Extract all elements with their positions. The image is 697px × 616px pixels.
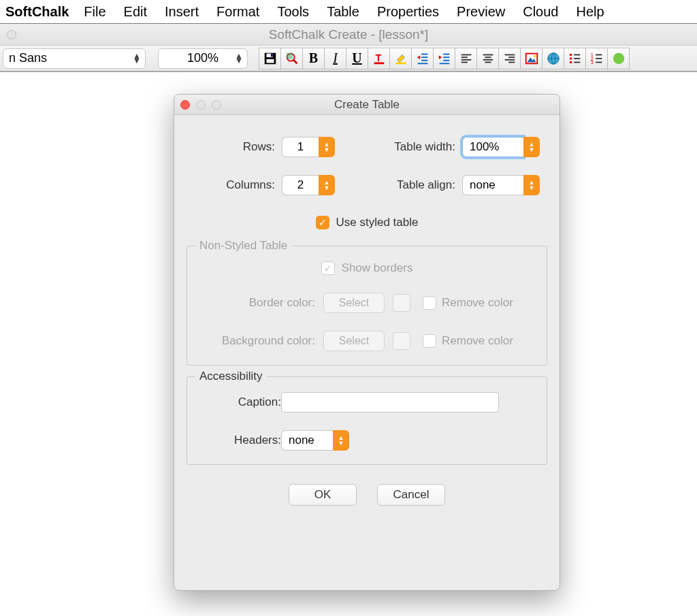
border-remove-checkbox — [423, 296, 436, 310]
table-width-select[interactable]: ▲▼ — [462, 137, 540, 157]
headers-label: Headers: — [199, 434, 281, 447]
show-borders-checkbox: ✓ — [321, 261, 335, 275]
dialog-title: Create Table — [334, 98, 400, 112]
width-label: Table width: — [374, 140, 455, 154]
menu-cloud[interactable]: Cloud — [523, 4, 558, 20]
align-center-button[interactable] — [476, 48, 499, 69]
select-arrows-icon[interactable]: ▲▼ — [523, 175, 540, 195]
select-arrows-icon[interactable]: ▲▼ — [523, 137, 540, 157]
svg-text:T: T — [375, 52, 381, 63]
svg-rect-3 — [270, 53, 272, 56]
close-icon[interactable] — [180, 100, 190, 110]
highlight-button[interactable] — [389, 48, 412, 69]
non-styled-legend: Non-Styled Table — [195, 239, 291, 253]
text-color-button[interactable]: T — [368, 48, 390, 69]
svg-point-37 — [569, 53, 572, 56]
menu-properties[interactable]: Properties — [377, 4, 439, 20]
svg-point-35 — [533, 54, 536, 57]
svg-rect-6 — [286, 52, 292, 59]
italic-button[interactable]: I — [324, 48, 346, 69]
caption-label: Caption: — [199, 395, 281, 409]
menu-file[interactable]: File — [84, 4, 106, 20]
zoom-selector[interactable]: 100% ▲▼ — [158, 48, 248, 69]
bg-color-swatch — [393, 332, 410, 350]
app-name: SoftChalk — [5, 4, 69, 20]
svg-rect-10 — [395, 62, 406, 64]
border-remove-label: Remove color — [442, 296, 513, 310]
menu-help[interactable]: Help — [577, 4, 604, 20]
svg-line-5 — [293, 59, 297, 63]
rows-input[interactable] — [282, 137, 319, 157]
outdent-button[interactable] — [411, 48, 434, 69]
rows-stepper[interactable]: ▲▼ — [282, 137, 335, 157]
bg-color-label: Background color: — [199, 334, 315, 348]
save-button[interactable] — [259, 48, 281, 69]
bold-button[interactable]: B — [302, 48, 325, 69]
document-title: SoftChalk Create - [lesson*] — [269, 27, 428, 42]
more-button[interactable] — [607, 48, 630, 69]
border-color-swatch — [393, 294, 410, 312]
link-button[interactable] — [542, 48, 564, 69]
border-color-select-button: Select — [323, 293, 385, 313]
border-color-label: Border color: — [199, 296, 315, 310]
svg-marker-15 — [417, 55, 420, 59]
use-styled-checkbox[interactable]: ✓ — [316, 216, 329, 229]
accessibility-legend: Accessibility — [195, 370, 267, 383]
zoom-value: 100% — [187, 51, 218, 65]
minimize-icon — [196, 100, 206, 110]
dialog-titlebar: Create Table — [174, 95, 560, 115]
caption-input[interactable] — [281, 392, 499, 412]
stepper-arrows-icon[interactable]: ▲▼ — [319, 137, 335, 157]
number-list-button[interactable]: 123 — [585, 48, 608, 69]
non-styled-fieldset: Non-Styled Table ✓ Show borders Border c… — [187, 246, 547, 366]
headers-input[interactable] — [281, 430, 333, 451]
ok-button[interactable]: OK — [289, 484, 357, 506]
show-borders-label: Show borders — [342, 261, 413, 275]
chevron-updown-icon: ▲▼ — [235, 54, 243, 63]
create-table-dialog: Create Table Rows: ▲▼ Table width: ▲▼ Co… — [174, 94, 560, 591]
align-input[interactable] — [462, 175, 523, 195]
menu-tools[interactable]: Tools — [277, 4, 309, 20]
svg-marker-20 — [438, 55, 442, 59]
svg-point-38 — [569, 57, 572, 60]
svg-rect-1 — [266, 59, 274, 63]
svg-rect-8 — [374, 62, 384, 64]
menu-preview[interactable]: Preview — [457, 4, 505, 20]
maximize-icon — [212, 100, 221, 110]
bg-color-select-button: Select — [323, 331, 385, 351]
select-arrows-icon[interactable]: ▲▼ — [333, 430, 349, 451]
menubar: SoftChalk File Edit Insert Format Tools … — [0, 0, 697, 23]
svg-point-49 — [613, 52, 624, 64]
window-dot-icon — [7, 30, 16, 39]
bg-remove-checkbox — [423, 334, 436, 348]
menu-edit[interactable]: Edit — [124, 4, 147, 20]
rows-label: Rows: — [193, 140, 275, 154]
accessibility-fieldset: Accessibility Caption: Headers: ▲▼ — [187, 376, 547, 465]
find-button[interactable] — [280, 48, 303, 69]
svg-marker-9 — [397, 54, 404, 62]
chevron-updown-icon: ▲▼ — [133, 54, 141, 63]
bullet-list-button[interactable] — [564, 48, 586, 69]
headers-select[interactable]: ▲▼ — [281, 430, 349, 451]
menu-format[interactable]: Format — [216, 4, 259, 20]
width-input[interactable] — [462, 137, 523, 157]
svg-text:3: 3 — [590, 59, 593, 65]
columns-label: Columns: — [193, 178, 275, 192]
menu-insert[interactable]: Insert — [165, 4, 199, 20]
menu-table[interactable]: Table — [327, 4, 359, 20]
cancel-button[interactable]: Cancel — [377, 484, 445, 506]
table-align-select[interactable]: ▲▼ — [462, 175, 540, 195]
align-right-button[interactable] — [498, 48, 521, 69]
stepper-arrows-icon[interactable]: ▲▼ — [319, 175, 335, 195]
indent-button[interactable] — [433, 48, 455, 69]
align-label: Table align: — [374, 178, 455, 192]
toolbar: n Sans ▲▼ 100% ▲▼ B I U T 123 — [0, 45, 697, 72]
columns-stepper[interactable]: ▲▼ — [282, 175, 335, 195]
svg-point-39 — [569, 61, 572, 63]
underline-button[interactable]: U — [346, 48, 368, 69]
font-selector[interactable]: n Sans ▲▼ — [3, 48, 146, 69]
image-button[interactable] — [520, 48, 542, 69]
columns-input[interactable] — [282, 175, 319, 195]
font-value: n Sans — [9, 51, 47, 65]
align-left-button[interactable] — [455, 48, 477, 69]
